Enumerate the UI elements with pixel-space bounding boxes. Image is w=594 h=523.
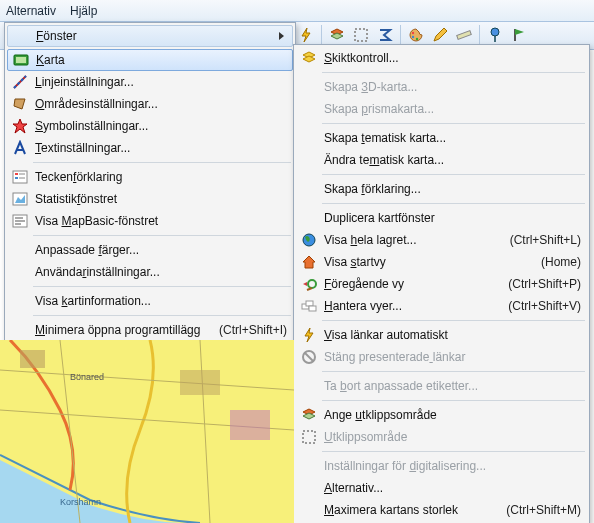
menu-fonster: Fönster Karta Linjeinställningar... Områ…: [4, 22, 296, 344]
menu-item[interactable]: Anpassade färger...: [7, 239, 293, 261]
crop-set-icon[interactable]: [326, 24, 348, 46]
bolt-icon[interactable]: [295, 24, 317, 46]
menu-separator: [322, 203, 585, 204]
menu-item[interactable]: Alternativ...: [296, 477, 587, 499]
menu-separator: [322, 123, 585, 124]
flag-icon[interactable]: [508, 24, 530, 46]
menu-item-label: Utklippsområde: [324, 430, 581, 444]
menu-item-label: Linjeinställningar...: [35, 75, 287, 89]
menu-separator: [322, 371, 585, 372]
menu-item[interactable]: Duplicera kartfönster: [296, 207, 587, 229]
map-icon: [12, 51, 30, 69]
blank-icon: [300, 209, 318, 227]
submenu-header[interactable]: Fönster: [7, 25, 293, 47]
pencil-icon[interactable]: [429, 24, 451, 46]
menu-item[interactable]: Maximera kartans storlek (Ctrl+Shift+M): [296, 499, 587, 521]
toolbar-separator: [321, 25, 322, 45]
menu-item-label: Visa hela lagret...: [324, 233, 494, 247]
blank-icon: [300, 100, 318, 118]
menu-item-label: Maximera kartans storlek: [324, 503, 490, 517]
menu-item-label: Inställningar för digitalisering...: [324, 459, 581, 473]
menu-item-label: Teckenförklaring: [35, 170, 287, 184]
menu-item-label: Användarinställningar...: [35, 265, 287, 279]
menu-item: Ta bort anpassade etiketter...: [296, 375, 587, 397]
menu-item[interactable]: Skiktkontroll...: [296, 47, 587, 69]
svg-text:Bönared: Bönared: [70, 372, 104, 382]
menu-item[interactable]: Skapa förklaring...: [296, 178, 587, 200]
pin-icon[interactable]: [484, 24, 506, 46]
menu-shortcut: (Ctrl+Shift+P): [508, 277, 581, 291]
menu-item[interactable]: Visa MapBasic-fönstret: [7, 210, 293, 232]
ruler-icon[interactable]: [453, 24, 475, 46]
menu-hjalp[interactable]: Hjälp: [70, 4, 97, 18]
globe-icon: [300, 231, 318, 249]
menu-item[interactable]: Symbolinställningar...: [7, 115, 293, 137]
region-icon: [11, 95, 29, 113]
menu-item[interactable]: Textinställningar...: [7, 137, 293, 159]
crop-set-icon: [300, 406, 318, 424]
close-links-icon: [300, 348, 318, 366]
menu-item: Inställningar för digitalisering...: [296, 455, 587, 477]
menu-item-label: Duplicera kartfönster: [324, 211, 581, 225]
svg-rect-29: [180, 370, 220, 395]
map-canvas[interactable]: Bönared Korshamn: [0, 340, 294, 523]
menu-item-label: Skapa prismakarta...: [324, 102, 581, 116]
menu-separator: [322, 400, 585, 401]
blank-icon: [11, 241, 29, 259]
sigma-icon[interactable]: [374, 24, 396, 46]
menu-alternativ[interactable]: Alternativ: [6, 4, 56, 18]
menu-item[interactable]: Skapa tematisk karta...: [296, 127, 587, 149]
menu-item[interactable]: Visa länkar automatiskt: [296, 324, 587, 346]
menu-item-label: Visa länkar automatiskt: [324, 328, 581, 342]
menu-item[interactable]: Teckenförklaring: [7, 166, 293, 188]
menu-separator: [322, 72, 585, 73]
menu-item[interactable]: Användarinställningar...: [7, 261, 293, 283]
layers-icon: [300, 49, 318, 67]
menu-shortcut: (Ctrl+Shift+I): [219, 323, 287, 337]
menu-item[interactable]: Statistikfönstret: [7, 188, 293, 210]
menu-item[interactable]: Visa startvy (Home): [296, 251, 587, 273]
menu-separator: [322, 320, 585, 321]
menu-item: Utklippsområde: [296, 426, 587, 448]
menu-item-label: Statistikfönstret: [35, 192, 287, 206]
menu-separator: [33, 162, 291, 163]
mapbasic-icon: [11, 212, 29, 230]
menu-item: Stäng presenterade länkar: [296, 346, 587, 368]
blank-icon: [11, 263, 29, 281]
crop-icon: [300, 428, 318, 446]
menu-item[interactable]: Ändra tematisk karta...: [296, 149, 587, 171]
bolt-icon: [300, 326, 318, 344]
menu-shortcut: (Ctrl+Shift+V): [508, 299, 581, 313]
menu-item-label: Hantera vyer...: [324, 299, 492, 313]
menu-item[interactable]: Områdesinställningar...: [7, 93, 293, 115]
menu-item-label: Ange utklippsområde: [324, 408, 581, 422]
menu-item-label: Symbolinställningar...: [35, 119, 287, 133]
crop-icon[interactable]: [350, 24, 372, 46]
menu-item[interactable]: Föregående vy (Ctrl+Shift+P): [296, 273, 587, 295]
prev-icon: [300, 275, 318, 293]
menu-item: Skapa prismakarta...: [296, 98, 587, 120]
menu-item-label: Minimera öppna programtillägg: [35, 323, 203, 337]
menu-item-label: Karta: [36, 53, 286, 67]
svg-rect-30: [230, 410, 270, 440]
menu-item[interactable]: Hantera vyer... (Ctrl+Shift+V): [296, 295, 587, 317]
menu-item[interactable]: Visa hela lagret... (Ctrl+Shift+L): [296, 229, 587, 251]
menu-item[interactable]: Minimera öppna programtillägg (Ctrl+Shif…: [7, 319, 293, 341]
line-icon: [11, 73, 29, 91]
stats-icon: [11, 190, 29, 208]
menu-shortcut: (Ctrl+Shift+M): [506, 503, 581, 517]
palette-icon[interactable]: [405, 24, 427, 46]
menu-separator: [33, 315, 291, 316]
menu-shortcut: (Home): [541, 255, 581, 269]
menu-item[interactable]: Ange utklippsområde: [296, 404, 587, 426]
menu-item-label: Textinställningar...: [35, 141, 287, 155]
menu-item[interactable]: Linjeinställningar...: [7, 71, 293, 93]
menu-item[interactable]: Visa kartinformation...: [7, 290, 293, 312]
submenu-karta: Skiktkontroll... Skapa 3D-karta... Skapa…: [293, 44, 590, 523]
menu-item-label: Skapa tematisk karta...: [324, 131, 581, 145]
menu-item-label: Anpassade färger...: [35, 243, 287, 257]
menu-item[interactable]: Karta: [7, 49, 293, 71]
menu-item: Skapa 3D-karta...: [296, 76, 587, 98]
svg-text:Korshamn: Korshamn: [60, 497, 101, 507]
menu-separator: [322, 451, 585, 452]
